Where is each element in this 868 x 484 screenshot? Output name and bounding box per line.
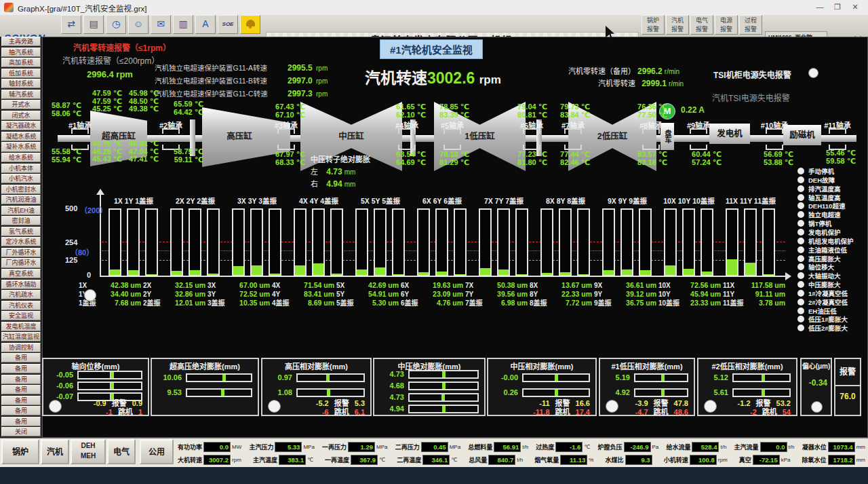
bottom-nav-1[interactable]: 锅炉 — [1, 439, 39, 464]
gauge-bar[interactable] — [408, 381, 479, 390]
bottom-nav-2[interactable]: 汽机 — [41, 439, 69, 464]
vibration-bar-5Y — [374, 208, 387, 276]
minimize-button[interactable]: — — [811, 2, 829, 13]
trip-setpoint-row: -1跳机1 — [106, 406, 142, 417]
bottom-nav-4[interactable]: 电气 — [107, 439, 136, 464]
trip-setpoint-row: -11.8跳机17.4 — [533, 406, 590, 417]
gauge-bar[interactable] — [522, 388, 590, 397]
sidebar-item-25[interactable]: 汽机疏水 — [1, 290, 41, 299]
sidebar-item-2[interactable]: 抽汽系统 — [1, 48, 41, 57]
sidebar-item-33[interactable]: 备用 — [1, 375, 41, 384]
sidebar-item-7[interactable]: 开式水 — [1, 100, 41, 109]
bar-fill — [684, 269, 694, 275]
sidebar-item-23[interactable]: 真空系统 — [1, 269, 41, 278]
bearing-bracket-top — [71, 128, 89, 134]
alarm-list-item-4: 轴瓦温度高 — [797, 193, 867, 202]
print-icon[interactable]: ▤ — [83, 15, 104, 34]
close-button[interactable]: ✕ — [846, 2, 864, 13]
alarm-bell-icon[interactable] — [240, 15, 260, 34]
toolbar-alarm-button-5[interactable]: 过程报警 — [739, 15, 762, 35]
gauge-bar[interactable] — [408, 393, 479, 402]
sidebar-item-35[interactable]: 备用 — [1, 396, 41, 405]
metric-unit: % — [589, 457, 593, 463]
gauge-bar[interactable] — [732, 388, 791, 397]
sidebar-item-8[interactable]: 闭式水 — [1, 111, 41, 120]
toolbar-alarm-button-4[interactable]: 电源报警 — [715, 15, 738, 35]
alarm-list-item-8: 发电机保护 — [797, 228, 867, 236]
sidebar-item-9[interactable]: 凝汽器疏水 — [1, 121, 41, 130]
sidebar-item-28[interactable]: 发电机温度 — [1, 322, 41, 331]
metric-value: 5.33 — [275, 442, 302, 452]
gauge-bar[interactable] — [408, 370, 479, 379]
sidebar-item-1[interactable]: 主再旁路 — [1, 37, 41, 46]
hp-cylinder-label: 高压缸 — [202, 129, 277, 142]
sidebar-item-17[interactable]: 汽机EH油 — [1, 206, 41, 215]
gauge-bar[interactable] — [296, 388, 365, 397]
metric-value: 367.9 — [351, 455, 378, 465]
toolbar-alarm-button-3[interactable]: 电气报警 — [690, 15, 713, 35]
cards-icon[interactable]: ▥ — [173, 15, 193, 34]
sidebar-item-19[interactable]: 氢气系统 — [1, 227, 41, 236]
sidebar-item-38[interactable]: 关闭 — [1, 427, 41, 436]
sidebar-item-14[interactable]: 小机汽水 — [1, 174, 41, 183]
sidebar-item-36[interactable]: 备用 — [1, 406, 41, 415]
alarm-list-item-1: 手动停机 — [797, 167, 867, 175]
gauge-bar[interactable] — [634, 388, 688, 397]
gauge-bar[interactable] — [634, 373, 688, 382]
sidebar-item-32[interactable]: 备用 — [1, 364, 41, 373]
metric-unit: rpm — [718, 457, 728, 463]
gauge-bar[interactable] — [77, 371, 142, 379]
chart-group-label-6: 6X 6Y 6盖振 — [412, 196, 473, 206]
gauge-bar[interactable] — [296, 373, 365, 382]
page-title-chip[interactable]: #1汽轮机安全监视 — [380, 39, 483, 59]
gauge-bar[interactable] — [186, 388, 252, 397]
sidebar-item-10[interactable]: 凝结水系统 — [1, 132, 41, 141]
sidebar-item-26[interactable]: 汽机仪表 — [1, 301, 41, 310]
sidebar-item-6[interactable]: 辅汽系统 — [1, 90, 41, 99]
gauge-value: 1.08 — [264, 388, 292, 396]
text-a-icon[interactable]: A — [195, 15, 216, 34]
sidebar-item-30[interactable]: 协调控制 — [1, 343, 41, 352]
sidebar-item-4[interactable]: 低加系统 — [1, 69, 41, 78]
sidebar-item-18[interactable]: 密封油 — [1, 216, 41, 225]
history-icon[interactable]: ◷ — [106, 15, 126, 34]
bottom-nav-3[interactable]: DEHMEH — [71, 439, 106, 464]
sidebar-item-34[interactable]: 备用 — [1, 385, 41, 394]
sidebar-item-12[interactable]: 给水系统 — [1, 153, 41, 162]
sidebar-item-21[interactable]: 厂外循环水 — [1, 248, 41, 257]
sidebar-item-11[interactable]: 凝补水系统 — [1, 142, 41, 151]
soe-icon[interactable]: SOE — [218, 15, 238, 34]
sidebar-item-27[interactable]: 安全监视 — [1, 311, 41, 320]
metric-真空: 真空-72.15kPa — [739, 455, 791, 465]
toolbar-alarm-button-1[interactable]: 锅炉报警 — [642, 15, 665, 35]
sidebar-item-29[interactable]: 汽缸温度监视 — [1, 332, 41, 341]
sidebar-item-37[interactable]: 备用 — [1, 417, 41, 426]
sidebar-item-16[interactable]: 汽机润滑油 — [1, 195, 41, 204]
metric-unit: mm — [856, 444, 865, 450]
sidebar-item-20[interactable]: 定冷水系统 — [1, 237, 41, 246]
gauge-bar[interactable] — [522, 373, 590, 382]
sidebar-item-5[interactable]: 轴封系统 — [1, 79, 41, 88]
sidebar-item-13[interactable]: 小机本体 — [1, 164, 41, 173]
maximize-button[interactable]: ❐ — [829, 2, 846, 13]
sidebar-item-31[interactable]: 备用 — [1, 353, 41, 362]
bottom-nav-5[interactable]: 公用 — [140, 439, 174, 464]
speed-label: 汽机转速 — [365, 69, 427, 87]
swap-icon[interactable]: ⇄ — [61, 15, 81, 34]
temp-value: 47.59 ℃ — [85, 90, 122, 98]
ip-exp-left-value: 4.73 — [326, 167, 342, 176]
temp-group-b10_bot: 56.69 ℃53.88 ℃ — [757, 151, 793, 166]
vibration-bar-1盖振 — [145, 208, 158, 276]
sidebar-item-22[interactable]: 厂内循环水 — [1, 258, 41, 267]
sidebar-item-24[interactable]: 循环水辅助 — [1, 280, 41, 289]
gauge-bar[interactable] — [186, 373, 252, 382]
report-icon[interactable]: ✉ — [151, 15, 171, 34]
temp-group-b3_bot: 67.97 ℃68.33 ℃ — [269, 151, 305, 166]
gauge-bar[interactable] — [77, 381, 142, 390]
gauge-bar[interactable] — [732, 373, 791, 382]
trend-icon[interactable]: ☺ — [128, 15, 149, 34]
toolbar-alarm-button-2[interactable]: 汽机报警 — [666, 15, 689, 35]
sidebar-item-15[interactable]: 小机密封水 — [1, 185, 41, 194]
sidebar-item-3[interactable]: 高加系统 — [1, 58, 41, 67]
gauge-bar[interactable] — [408, 405, 479, 413]
